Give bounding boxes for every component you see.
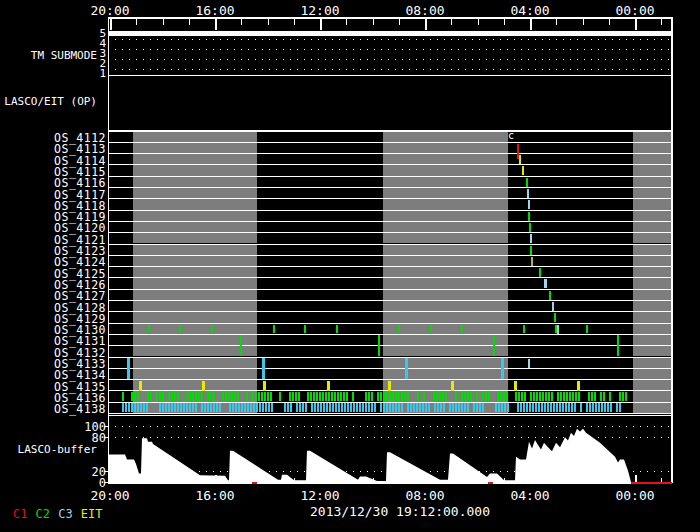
top-major-tick bbox=[530, 19, 532, 30]
os-activity-bar bbox=[337, 392, 339, 401]
os-activity-bar bbox=[575, 392, 577, 401]
top-major-tick bbox=[425, 19, 427, 30]
os-activity-bar bbox=[271, 403, 273, 412]
buffer-minor-tick bbox=[189, 478, 190, 482]
os-row-band bbox=[133, 245, 257, 255]
os-event-tick bbox=[336, 325, 338, 333]
os-activity-bar bbox=[410, 403, 412, 412]
os-activity-bar bbox=[580, 403, 582, 412]
os-activity-bar bbox=[159, 392, 161, 401]
os-activity-bar bbox=[504, 403, 506, 412]
os-activity-bar bbox=[225, 392, 227, 401]
buffer-axis-red-segment bbox=[252, 482, 257, 484]
time-label-top: 08:00 bbox=[401, 3, 449, 18]
top-minor-tick bbox=[661, 19, 662, 25]
os-activity-bar bbox=[548, 392, 550, 401]
os-activity-bar bbox=[625, 392, 627, 401]
os-activity-bar bbox=[422, 403, 424, 412]
os-activity-bar bbox=[407, 403, 409, 412]
os-activity-bar bbox=[122, 392, 124, 401]
time-label-bottom: 12:00 bbox=[296, 488, 344, 503]
os-row-band bbox=[383, 233, 508, 243]
os-activity-bar bbox=[346, 392, 348, 401]
os-event-tick bbox=[148, 325, 150, 333]
os-activity-bar bbox=[445, 392, 447, 401]
os-activity-bar bbox=[532, 403, 534, 412]
os-bottom-border bbox=[108, 415, 672, 416]
time-label-bottom: 16:00 bbox=[191, 488, 239, 503]
top-minor-tick bbox=[241, 19, 242, 25]
os-activity-bar bbox=[356, 403, 358, 412]
os-row-band bbox=[633, 245, 671, 255]
os-event-tick bbox=[430, 325, 432, 333]
os-activity-bar bbox=[307, 392, 309, 401]
os-activity-bar bbox=[156, 392, 158, 401]
os-activity-bar bbox=[325, 392, 327, 401]
time-label-top: 12:00 bbox=[296, 3, 344, 18]
os-row-band bbox=[633, 369, 671, 379]
os-activity-bar bbox=[404, 392, 406, 401]
os-activity-bar bbox=[553, 403, 555, 412]
lasco-telemetry-display: TM SUBMODE LASCO/EIT (OP) LASCO-buffer 2… bbox=[0, 0, 700, 532]
os-activity-bar bbox=[171, 392, 173, 401]
timestamp: 2013/12/30 19:12:00.000 bbox=[250, 504, 550, 519]
os-activity-bar bbox=[530, 392, 532, 401]
os-activity-bar bbox=[192, 392, 194, 401]
buffer-major-tick bbox=[635, 475, 637, 482]
os-activity-bar bbox=[419, 403, 421, 412]
os-row-band bbox=[383, 177, 508, 187]
os-activity-bar bbox=[386, 403, 388, 412]
os-activity-bar bbox=[343, 392, 345, 401]
os-activity-bar bbox=[517, 403, 519, 412]
os-activity-bar bbox=[423, 392, 425, 401]
os-activity-bar bbox=[536, 392, 538, 401]
os-row-band bbox=[133, 211, 257, 221]
time-label-top: 00:00 bbox=[611, 3, 659, 18]
tm-submode-gridline bbox=[108, 39, 672, 40]
tm-submode-ytick-label: 1 bbox=[96, 67, 106, 80]
os-activity-bar bbox=[195, 403, 197, 412]
os-event-tick bbox=[461, 325, 463, 333]
buffer-minor-tick bbox=[163, 478, 164, 482]
os-activity-bar bbox=[476, 392, 478, 401]
os-row-band bbox=[633, 154, 671, 164]
os-activity-bar bbox=[322, 392, 324, 401]
os-activity-bar bbox=[347, 403, 349, 412]
os-row-band bbox=[383, 199, 508, 209]
os-activity-bar bbox=[436, 392, 438, 401]
tm-submode-level5-line bbox=[108, 31, 672, 36]
os-cascade-tick bbox=[522, 166, 524, 175]
os-activity-bar bbox=[461, 392, 463, 401]
os-activity-bar bbox=[395, 392, 397, 401]
os-row-band bbox=[633, 188, 671, 198]
os-activity-bar bbox=[222, 392, 224, 401]
os-activity-bar bbox=[289, 392, 291, 401]
os-activity-bar bbox=[392, 403, 394, 412]
legend-item-c3: C3 bbox=[58, 507, 72, 521]
os-activity-bar bbox=[298, 392, 300, 401]
os-cascade-tick bbox=[531, 257, 533, 266]
os-activity-bar bbox=[299, 403, 301, 412]
os-activity-bar bbox=[547, 403, 549, 412]
os-row-band bbox=[383, 154, 508, 164]
os-activity-bar bbox=[452, 403, 454, 412]
os-activity-bar bbox=[368, 403, 370, 412]
os-row-band bbox=[383, 335, 508, 345]
os-row-band bbox=[383, 188, 508, 198]
os-activity-bar bbox=[464, 403, 466, 412]
os-row-band bbox=[633, 312, 671, 322]
os-event-tick bbox=[179, 325, 181, 333]
os-row-band bbox=[133, 256, 257, 266]
os-activity-bar bbox=[467, 392, 469, 401]
os-activity-bar bbox=[386, 392, 388, 401]
time-label-bottom: 00:00 bbox=[611, 488, 659, 503]
os-row-band bbox=[133, 188, 257, 198]
os-row-band bbox=[133, 301, 257, 311]
top-minor-tick bbox=[504, 19, 505, 25]
os-event-tick bbox=[577, 381, 580, 391]
os-activity-bar bbox=[174, 392, 176, 401]
buffer-major-tick bbox=[320, 475, 322, 482]
os-cascade-tick bbox=[554, 313, 556, 322]
os-activity-bar bbox=[162, 392, 164, 401]
os-activity-bar bbox=[317, 403, 319, 412]
